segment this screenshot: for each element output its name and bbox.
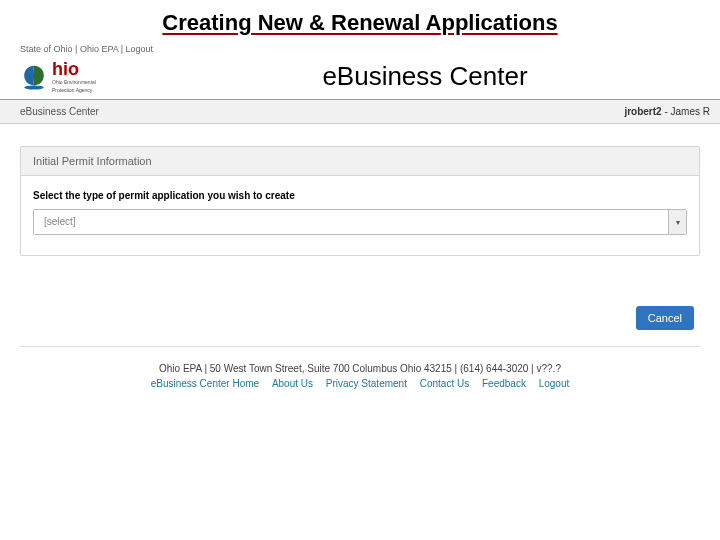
footer-home-link[interactable]: eBusiness Center Home bbox=[151, 378, 259, 389]
page-footer: Ohio EPA | 50 West Town Street, Suite 70… bbox=[0, 347, 720, 389]
top-links-bar: State of Ohio | Ohio EPA | Logout bbox=[0, 42, 720, 58]
panel-header: Initial Permit Information bbox=[21, 147, 699, 176]
svg-point-0 bbox=[24, 85, 44, 89]
footer-links: eBusiness Center Home About Us Privacy S… bbox=[10, 378, 710, 389]
cancel-button[interactable]: Cancel bbox=[636, 306, 694, 330]
footer-privacy-link[interactable]: Privacy Statement bbox=[326, 378, 407, 389]
footer-about-link[interactable]: About Us bbox=[272, 378, 313, 389]
ohio-epa-logo-icon bbox=[20, 63, 48, 91]
logo: hio Ohio Environmental Protection Agency bbox=[20, 60, 140, 93]
footer-address: Ohio EPA | 50 West Town Street, Suite 70… bbox=[10, 363, 710, 374]
logo-subtext-line1: Ohio Environmental bbox=[52, 80, 96, 86]
permit-type-label: Select the type of permit application yo… bbox=[33, 190, 687, 201]
user-info: jrobert2 - James R bbox=[624, 106, 710, 117]
logout-link[interactable]: Logout bbox=[126, 44, 154, 54]
user-id: jrobert2 bbox=[624, 106, 661, 117]
chevron-down-icon: ▾ bbox=[668, 210, 686, 234]
separator: | bbox=[118, 44, 125, 54]
initial-permit-panel: Initial Permit Information Select the ty… bbox=[20, 146, 700, 256]
user-name: - James R bbox=[662, 106, 710, 117]
app-title: eBusiness Center bbox=[140, 61, 710, 92]
logo-subtext-line2: Protection Agency bbox=[52, 88, 96, 94]
footer-logout-link[interactable]: Logout bbox=[539, 378, 570, 389]
logo-wordmark: hio bbox=[52, 60, 96, 78]
ohio-epa-link[interactable]: Ohio EPA bbox=[80, 44, 118, 54]
permit-type-select[interactable]: [select] ▾ bbox=[33, 209, 687, 235]
select-value: [select] bbox=[34, 210, 668, 234]
state-of-ohio-link[interactable]: State of Ohio bbox=[20, 44, 73, 54]
footer-contact-link[interactable]: Contact Us bbox=[420, 378, 469, 389]
breadcrumb[interactable]: eBusiness Center bbox=[20, 106, 99, 117]
navbar: eBusiness Center jrobert2 - James R bbox=[0, 100, 720, 124]
page-header: hio Ohio Environmental Protection Agency… bbox=[0, 58, 720, 100]
separator: | bbox=[73, 44, 80, 54]
footer-feedback-link[interactable]: Feedback bbox=[482, 378, 526, 389]
slide-title: Creating New & Renewal Applications bbox=[0, 0, 720, 42]
